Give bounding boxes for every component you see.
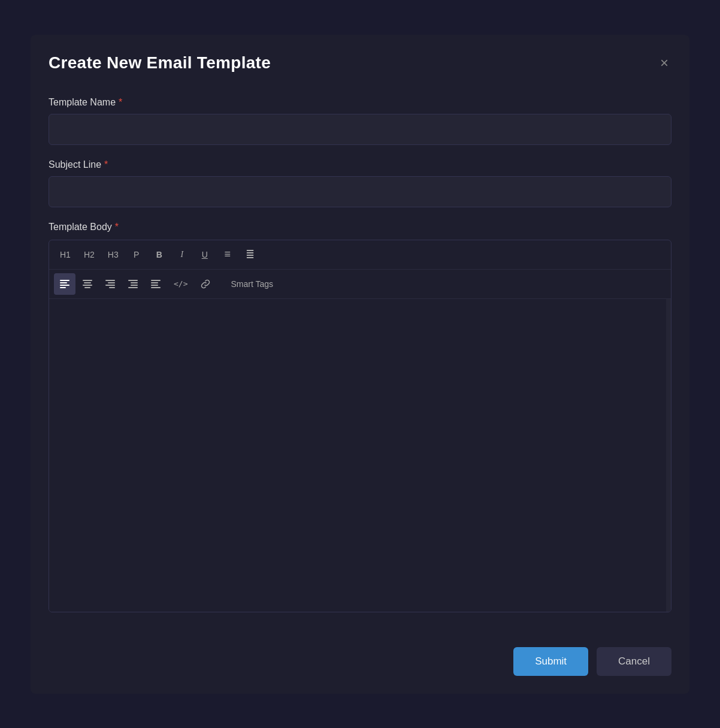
svg-rect-4 bbox=[83, 280, 92, 281]
close-button[interactable]: × bbox=[657, 53, 671, 73]
subject-line-label: Subject Line * bbox=[49, 159, 671, 170]
h3-button[interactable]: H3 bbox=[102, 244, 125, 265]
h2-button[interactable]: H2 bbox=[78, 244, 101, 265]
outdent-button[interactable] bbox=[145, 273, 167, 295]
submit-button[interactable]: Submit bbox=[513, 647, 588, 676]
svg-rect-16 bbox=[151, 280, 161, 281]
modal-footer: Submit Cancel bbox=[49, 641, 671, 676]
editor-content[interactable] bbox=[49, 299, 666, 612]
bold-button[interactable]: B bbox=[149, 244, 170, 265]
template-name-label: Template Name * bbox=[49, 97, 671, 108]
svg-rect-18 bbox=[151, 285, 158, 286]
indent-button[interactable] bbox=[122, 273, 144, 295]
svg-rect-3 bbox=[60, 287, 66, 288]
template-name-group: Template Name * bbox=[49, 97, 671, 145]
svg-rect-15 bbox=[128, 287, 138, 288]
h1-button[interactable]: H1 bbox=[54, 244, 77, 265]
ordered-list-button[interactable]: ≣ bbox=[240, 244, 261, 265]
svg-rect-5 bbox=[84, 282, 91, 283]
cancel-button[interactable]: Cancel bbox=[597, 647, 671, 676]
editor-with-scroll bbox=[49, 299, 671, 612]
required-asterisk-name: * bbox=[119, 97, 122, 108]
svg-rect-8 bbox=[105, 280, 115, 281]
svg-rect-12 bbox=[128, 280, 138, 281]
subject-line-input[interactable] bbox=[49, 176, 671, 207]
toolbar-row-2: </> Smart Tags bbox=[49, 270, 671, 299]
svg-rect-13 bbox=[131, 282, 138, 283]
svg-rect-19 bbox=[151, 287, 161, 288]
svg-rect-9 bbox=[108, 282, 115, 283]
svg-rect-14 bbox=[131, 285, 138, 286]
toolbar-row-1: H1 H2 H3 P B I U ≡ ≣ bbox=[49, 240, 671, 270]
modal-title: Create New Email Template bbox=[49, 53, 271, 73]
align-center-button[interactable] bbox=[77, 273, 98, 295]
italic-button[interactable]: I bbox=[171, 244, 193, 265]
template-name-input[interactable] bbox=[49, 114, 671, 145]
close-icon: × bbox=[660, 55, 668, 71]
underline-button[interactable]: U bbox=[194, 244, 216, 265]
template-body-label: Template Body * bbox=[49, 222, 671, 232]
svg-rect-10 bbox=[105, 285, 115, 286]
svg-rect-2 bbox=[60, 285, 69, 286]
svg-rect-17 bbox=[151, 282, 158, 283]
code-button[interactable]: </> bbox=[168, 273, 193, 295]
template-body-section: Template Body * H1 H2 H3 P B I U ≡ ≣ bbox=[49, 222, 671, 612]
svg-rect-7 bbox=[84, 287, 90, 288]
svg-rect-6 bbox=[83, 285, 92, 286]
smart-tags-button[interactable]: Smart Tags bbox=[222, 273, 282, 295]
link-button[interactable] bbox=[195, 273, 216, 295]
svg-rect-1 bbox=[60, 282, 67, 283]
scrollbar[interactable] bbox=[666, 299, 671, 612]
svg-rect-11 bbox=[109, 287, 115, 288]
unordered-list-button[interactable]: ≡ bbox=[217, 244, 238, 265]
modal-header: Create New Email Template × bbox=[49, 53, 671, 79]
editor-wrapper: H1 H2 H3 P B I U ≡ ≣ bbox=[49, 240, 671, 612]
required-asterisk-subject: * bbox=[104, 159, 108, 170]
create-email-template-modal: Create New Email Template × Template Nam… bbox=[31, 35, 689, 694]
align-right-button[interactable] bbox=[99, 273, 121, 295]
align-left-button[interactable] bbox=[54, 273, 75, 295]
subject-line-group: Subject Line * bbox=[49, 159, 671, 207]
required-asterisk-body: * bbox=[115, 222, 119, 232]
paragraph-button[interactable]: P bbox=[126, 244, 147, 265]
svg-rect-0 bbox=[60, 280, 69, 281]
